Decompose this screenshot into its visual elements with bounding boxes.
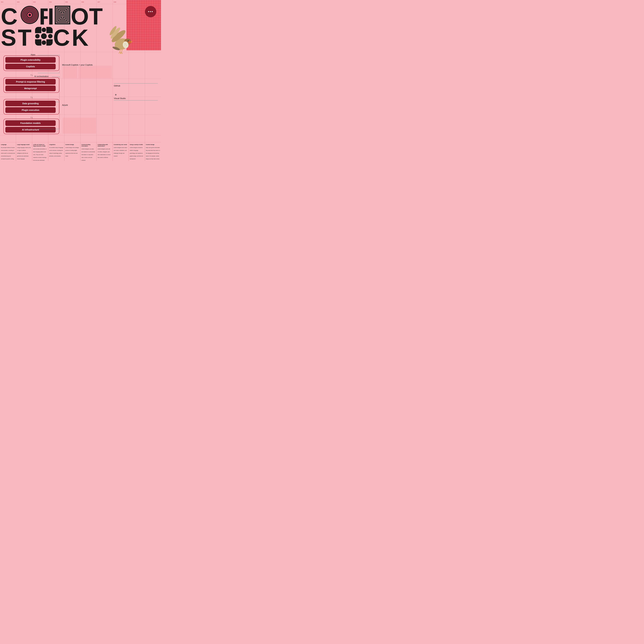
prompt-filter-btn[interactable]: Prompt & response filtering xyxy=(5,79,56,85)
metaprompt-btn[interactable]: Metaprompt xyxy=(5,86,56,91)
glossary-item-5: Communicating information content design… xyxy=(81,142,97,161)
letter-c-2: C xyxy=(53,26,72,47)
bird-svg xyxy=(106,20,137,55)
glossary-item-1: Large language model a large language mo… xyxy=(16,142,32,161)
glossary-item-3: Linguistics the scientific study of lang… xyxy=(48,142,64,161)
glossary-term-8: Using a variety of skills xyxy=(130,144,144,145)
glossary-def-6: content designers work with UX writers, … xyxy=(97,148,110,158)
bird-image xyxy=(106,20,137,55)
letter-k: K xyxy=(72,26,90,47)
svg-point-25 xyxy=(42,40,46,45)
svg-text:K: K xyxy=(72,26,89,47)
glossary-term-7: Considering user needs xyxy=(114,144,128,145)
svg-text:T: T xyxy=(89,4,103,26)
svg-text:S: S xyxy=(1,26,16,47)
foundation-models-btn[interactable]: Foundation models xyxy=(5,120,56,126)
svg-marker-36 xyxy=(131,41,133,43)
apps-group: Plugin extensibility Copilots xyxy=(3,56,59,71)
svg-point-26 xyxy=(35,34,40,38)
plugin-extensibility-btn[interactable]: Plugin extensibility xyxy=(5,57,56,63)
ai-infrastructure-btn[interactable]: AI infrastructure xyxy=(5,127,56,133)
glossary-def-8: content designers should be skilled in l… xyxy=(130,147,143,159)
glossary-def-5: content designers use data and evidence … xyxy=(81,148,95,161)
grid-row-line xyxy=(0,97,161,97)
arrows-1: ↑↓ xyxy=(30,74,33,76)
glossary-item-7: Considering user needs content designers… xyxy=(113,142,129,161)
svg-text:P: P xyxy=(39,4,48,26)
letter-t-2: T xyxy=(18,26,35,47)
deco-concentric-circles xyxy=(20,4,39,26)
glossary-term-0: Language xyxy=(1,144,15,145)
svg-point-8 xyxy=(28,14,31,16)
glossary-term-1: Large language model xyxy=(17,144,31,145)
glossary-term-4: Content design xyxy=(65,144,79,145)
plugin-execution-btn[interactable]: Plugin execution xyxy=(5,107,56,113)
svg-point-49 xyxy=(125,44,126,44)
main-title: C P I O xyxy=(1,4,123,47)
glossary-def-7: content designers learn about user needs… xyxy=(114,147,127,157)
grid-texture-cell-3 xyxy=(63,118,96,134)
svg-point-52 xyxy=(128,41,131,43)
apps-line xyxy=(38,55,60,55)
ai-orchestration-group: Prompt & response filtering Metaprompt xyxy=(3,77,59,93)
letter-s: S xyxy=(1,26,18,47)
glossary-def-3: the scientific study of language and its… xyxy=(49,147,63,157)
svg-point-50 xyxy=(126,45,127,46)
glossary-term-3: Linguistics xyxy=(49,144,63,145)
svg-point-27 xyxy=(48,34,53,38)
glossary-term-5: Communicating information xyxy=(81,144,95,147)
letter-p: P xyxy=(39,4,48,26)
svg-point-51 xyxy=(124,46,125,46)
grid-row-line xyxy=(0,114,161,115)
glossary-item-2: LLMs are trained on large amounts of dat… xyxy=(32,142,48,161)
svg-point-28 xyxy=(41,33,47,39)
grid-texture-cell-2 xyxy=(79,66,112,79)
data-grounding-btn[interactable]: Data grounding xyxy=(5,101,56,106)
deco-cross xyxy=(35,26,53,47)
grid-texture-cell-1 xyxy=(63,66,77,79)
svg-text:I: I xyxy=(48,4,54,26)
glossary-item-0: Language the principal method of human c… xyxy=(0,142,16,161)
glossary-def-0: the principal method of human communicat… xyxy=(1,147,15,161)
glossary-def-9: helps users get the information they nee… xyxy=(146,147,160,161)
glossary-def-2: such as books and articles, to learn lan… xyxy=(33,148,47,161)
glossary-term-2: LLMs are trained on large amounts of dat… xyxy=(33,144,47,147)
glossary-term-9: Content design xyxy=(146,144,160,145)
col-num-3: 003 xyxy=(32,1,48,3)
github-text: GitHub xyxy=(114,85,120,87)
orch-line xyxy=(52,77,60,77)
foundation-group: Foundation models AI infrastructure xyxy=(3,119,59,134)
glossary-def-4: content design is the strategic process … xyxy=(65,147,79,157)
more-dots-icon: ••• xyxy=(148,10,153,14)
title-row-1: C P I O xyxy=(1,4,123,26)
copilots-btn[interactable]: Copilots xyxy=(5,64,56,69)
svg-line-42 xyxy=(119,52,120,53)
letter-t: T xyxy=(89,4,108,26)
svg-text:C: C xyxy=(1,4,18,26)
arrows-3: ↑↓ xyxy=(30,116,33,119)
deco-concentric-squares xyxy=(54,4,71,26)
visual-studio-text: Visual Studio xyxy=(114,97,126,100)
svg-text:O: O xyxy=(71,4,89,26)
letter-o-outline: O xyxy=(71,4,89,26)
glossary-def-1: a large language model (LLM) is a type o… xyxy=(17,147,31,159)
more-button[interactable]: ••• xyxy=(145,6,156,17)
glossary-item-8: Using a variety of skills content design… xyxy=(129,142,145,161)
glossary-item-4: Content design content design is the str… xyxy=(64,142,81,161)
svg-point-38 xyxy=(128,41,129,41)
arrows-2: ↑↓ xyxy=(30,96,33,99)
data-execution-group: Data grounding Plugin execution xyxy=(3,99,59,114)
letter-c: C xyxy=(1,4,20,26)
col-num-7: 007 xyxy=(97,1,113,3)
svg-point-24 xyxy=(42,28,46,32)
svg-text:C: C xyxy=(53,26,70,47)
azure-text: Azure xyxy=(62,104,68,106)
title-row-2: S T C K xyxy=(1,26,123,47)
col-num-1: 001 xyxy=(0,1,16,3)
ms-copilots-text: Microsoft Copilots + your Copilots xyxy=(62,64,93,66)
glossary-term-6: Collaborating with stakeholders xyxy=(97,144,111,147)
col-num-6: 006 xyxy=(81,1,97,3)
letter-i: I xyxy=(48,4,54,26)
ai-orchestration-label: AI orchestration xyxy=(34,75,49,78)
glossary-section: Language the principal method of human c… xyxy=(0,142,161,161)
